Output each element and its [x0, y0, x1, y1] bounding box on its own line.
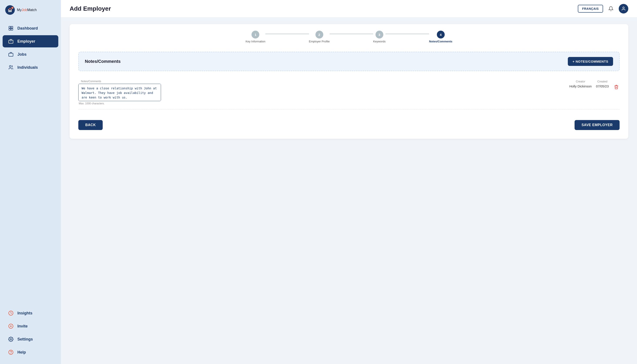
stepper: 1 Key Information 2 Employer Profile 3 K… [78, 31, 619, 43]
logo-icon [5, 5, 15, 15]
step-label-1: Key Information [246, 40, 265, 43]
notification-button[interactable] [606, 4, 615, 13]
help-icon [8, 349, 14, 355]
settings-icon [8, 336, 14, 342]
step-label-2: Employer Profile [309, 40, 330, 43]
invite-icon [8, 323, 14, 329]
note-textarea[interactable]: We have a close relationship with John a… [78, 84, 161, 101]
sidebar-label: Settings [18, 337, 33, 342]
header-actions: FRANÇAIS [578, 4, 628, 14]
svg-point-17 [623, 7, 624, 8]
step-circle-2: 2 [315, 31, 323, 38]
back-button[interactable]: BACK [78, 120, 103, 130]
svg-point-14 [10, 338, 12, 340]
creator-value: Holly Dickinson [569, 84, 592, 88]
sidebar-item-employer[interactable]: Employer [3, 35, 58, 48]
page-title: Add Employer [70, 5, 111, 12]
sidebar-item-individuals[interactable]: Individuals [3, 61, 58, 74]
note-field-label: Notes/Comments [80, 80, 102, 83]
step-label-3: Keywords [373, 40, 385, 43]
page-content: 1 Key Information 2 Employer Profile 3 K… [61, 18, 637, 364]
individuals-icon [8, 64, 14, 70]
sidebar-label: Individuals [18, 65, 38, 70]
logo: MyJobMatch [0, 5, 61, 22]
svg-rect-4 [9, 28, 11, 30]
sidebar-item-settings[interactable]: Settings [3, 333, 58, 345]
sidebar-label: Help [18, 350, 26, 355]
created-value: 07/05/23 [596, 84, 609, 88]
employer-icon [8, 38, 14, 44]
creator-label: Creator [576, 80, 585, 83]
sidebar-item-invite[interactable]: Invite [3, 320, 58, 332]
step-line-2 [330, 34, 373, 34]
insights-icon [8, 310, 14, 316]
note-row: Notes/Comments We have a close relations… [78, 76, 619, 110]
sidebar-label: Insights [18, 311, 33, 316]
delete-note-button[interactable] [613, 84, 619, 91]
svg-rect-8 [9, 53, 13, 56]
svg-rect-3 [11, 26, 13, 28]
language-button[interactable]: FRANÇAIS [578, 5, 603, 12]
section-title: Notes/Comments [85, 59, 121, 64]
sidebar-label: Dashboard [18, 26, 38, 31]
svg-rect-2 [9, 26, 11, 28]
note-creator: Creator Holly Dickinson [569, 80, 592, 88]
note-field: Notes/Comments We have a close relations… [78, 80, 565, 105]
step-4: 4 Notes/Comments [429, 31, 452, 43]
add-notes-button[interactable]: + NOTES/COMMENTS [568, 57, 613, 66]
step-circle-1: 1 [252, 31, 259, 38]
step-2: 2 Employer Profile [309, 31, 330, 43]
svg-point-0 [5, 5, 15, 15]
wizard-card: 1 Key Information 2 Employer Profile 3 K… [70, 24, 628, 139]
sidebar-label: Jobs [18, 52, 27, 57]
step-circle-3: 3 [375, 31, 383, 38]
trash-icon [614, 84, 619, 89]
sidebar: MyJobMatch Dashboard Employer [0, 0, 61, 364]
svg-point-9 [9, 66, 11, 67]
note-created: Created 07/05/23 [596, 80, 609, 88]
svg-rect-6 [9, 40, 13, 43]
svg-rect-5 [11, 28, 13, 30]
footer-buttons: BACK SAVE EMPLOYER [78, 116, 619, 130]
step-3: 3 Keywords [373, 31, 385, 43]
avatar-button[interactable] [619, 4, 628, 14]
jobs-icon [8, 51, 14, 58]
main-content: Add Employer FRANÇAIS 1 [61, 0, 637, 364]
step-circle-4: 4 [437, 31, 445, 38]
svg-point-1 [11, 7, 14, 9]
grid-icon [8, 25, 14, 31]
bell-icon [608, 6, 613, 11]
user-icon [621, 6, 626, 11]
sidebar-label: Employer [18, 39, 35, 44]
sidebar-item-jobs[interactable]: Jobs [3, 48, 58, 60]
created-label: Created [597, 80, 607, 83]
note-hint: Max. 1000 characters. [78, 102, 565, 105]
save-employer-button[interactable]: SAVE EMPLOYER [574, 120, 619, 130]
logo-text: MyJobMatch [17, 8, 37, 12]
page-header: Add Employer FRANÇAIS [61, 0, 637, 18]
step-1: 1 Key Information [246, 31, 265, 43]
sidebar-item-help[interactable]: Help [3, 346, 58, 358]
step-line-3 [385, 34, 429, 34]
step-line-1 [265, 34, 309, 34]
step-label-4: Notes/Comments [429, 40, 452, 43]
sidebar-label: Invite [18, 324, 28, 328]
sidebar-item-dashboard[interactable]: Dashboard [3, 22, 58, 34]
sidebar-item-insights[interactable]: Insights [3, 307, 58, 319]
notes-section-header: Notes/Comments + NOTES/COMMENTS [78, 52, 619, 71]
